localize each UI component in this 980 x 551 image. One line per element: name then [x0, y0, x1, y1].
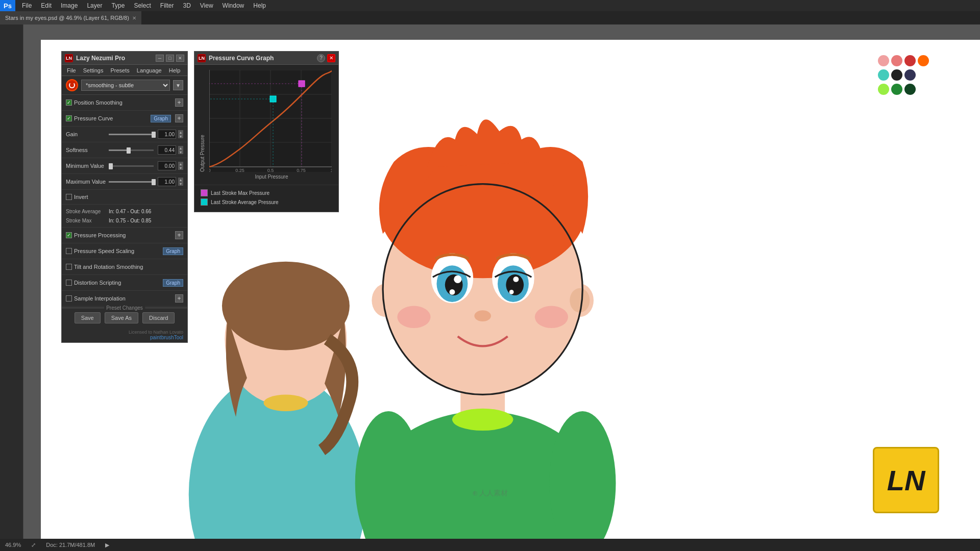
- pressure-processing-checkbox[interactable]: ✓: [66, 232, 72, 238]
- minimum-value-section: Minimum Value 0.00 ▲ ▼: [62, 158, 187, 174]
- menu-file[interactable]: File: [18, 1, 36, 10]
- maximum-value-slider[interactable]: [109, 181, 154, 183]
- swatch-black[interactable]: [891, 69, 902, 81]
- distortion-scripting-label: Distortion Scripting: [74, 280, 121, 286]
- swatch-pink-light[interactable]: [878, 55, 889, 66]
- lnp-menu-help[interactable]: Help: [166, 66, 184, 74]
- lnp-title-text: Lazy Nezumi Pro: [76, 55, 125, 62]
- menu-window[interactable]: Window: [218, 1, 249, 10]
- zoom-level[interactable]: 46.9%: [5, 542, 21, 548]
- legend-avg-swatch: [201, 198, 208, 206]
- minimum-value-slider[interactable]: [109, 165, 154, 167]
- menu-3d[interactable]: 3D: [179, 1, 194, 10]
- swatch-green[interactable]: [891, 84, 902, 95]
- tab-close-icon[interactable]: ✕: [132, 15, 136, 21]
- menu-view[interactable]: View: [196, 1, 217, 10]
- menu-help[interactable]: Help: [249, 1, 270, 10]
- gain-spin-down[interactable]: ▼: [178, 134, 183, 138]
- save-as-button[interactable]: Save As: [105, 312, 138, 323]
- lnp-menu-file[interactable]: File: [64, 66, 79, 74]
- distortion-scripting-checkbox[interactable]: [66, 280, 72, 286]
- pressure-curve-expand[interactable]: +: [175, 114, 183, 122]
- x-axis-label: Input Pressure: [210, 174, 333, 180]
- svg-point-23: [449, 289, 455, 295]
- minimum-value-slider-thumb[interactable]: [109, 163, 113, 169]
- preset-expand-btn[interactable]: ▼: [173, 80, 183, 90]
- softness-spin-up[interactable]: ▲: [178, 146, 183, 150]
- expand-icon[interactable]: ⤢: [31, 542, 36, 548]
- sample-interpolation-expand[interactable]: +: [175, 294, 183, 303]
- stroke-info-section: Stroke Average In: 0.47 - Out: 0.66 Stro…: [62, 205, 187, 228]
- maximum-value-slider-thumb[interactable]: [152, 179, 156, 185]
- softness-slider[interactable]: [109, 149, 154, 151]
- minimum-value-spin-down[interactable]: ▼: [178, 166, 183, 170]
- discard-button[interactable]: Discard: [142, 312, 175, 323]
- minimum-value-value[interactable]: 0.00: [158, 161, 176, 170]
- position-smoothing-checkbox[interactable]: ✓: [66, 99, 72, 106]
- pressure-speed-scaling-graph-btn[interactable]: Graph: [163, 247, 183, 255]
- lnp-restore-btn[interactable]: □: [166, 55, 174, 62]
- lnp-preset-row: *smoothing - subtle ▼: [62, 76, 187, 95]
- maximum-value-value[interactable]: 1.00: [158, 177, 176, 186]
- gain-slider[interactable]: [109, 134, 154, 135]
- menu-image[interactable]: Image: [57, 1, 82, 10]
- lnp-minimize-btn[interactable]: ─: [156, 55, 164, 62]
- pressure-curve-row: ✓ Pressure Curve Graph +: [66, 113, 183, 124]
- pressure-speed-scaling-checkbox[interactable]: [66, 248, 72, 254]
- lnp-menu-presets[interactable]: Presets: [107, 66, 132, 74]
- menu-select[interactable]: Select: [130, 1, 155, 10]
- gain-spinbtn: ▲ ▼: [178, 130, 183, 138]
- maximum-value-label: Maximum Value: [66, 179, 107, 185]
- maximum-value-spin-down[interactable]: ▼: [178, 182, 183, 186]
- pcg-close-btn[interactable]: ✕: [327, 54, 335, 62]
- menu-type[interactable]: Type: [107, 1, 129, 10]
- swatch-orange[interactable]: [918, 55, 929, 66]
- save-button[interactable]: Save: [75, 312, 101, 323]
- play-btn[interactable]: ▶: [105, 542, 109, 548]
- maximum-value-spin-up[interactable]: ▲: [178, 178, 183, 182]
- swatch-dark-blue[interactable]: [904, 69, 916, 81]
- pressure-processing-label: Pressure Processing: [74, 232, 126, 238]
- softness-value[interactable]: 0.44: [158, 145, 176, 155]
- preset-select[interactable]: *smoothing - subtle: [81, 80, 170, 91]
- swatch-pink[interactable]: [891, 55, 902, 66]
- lnp-menu-language[interactable]: Language: [134, 66, 165, 74]
- menu-edit[interactable]: Edit: [37, 1, 56, 10]
- softness-spin-down[interactable]: ▼: [178, 150, 183, 154]
- pressure-curve-checkbox[interactable]: ✓: [66, 115, 72, 121]
- gain-slider-thumb[interactable]: [152, 132, 156, 138]
- softness-slider-thumb[interactable]: [127, 147, 131, 154]
- position-smoothing-section: ✓ Position Smoothing +: [62, 95, 187, 111]
- sample-interpolation-checkbox[interactable]: [66, 295, 72, 302]
- stroke-average-value: In: 0.47 - Out: 0.66: [109, 209, 151, 214]
- invert-checkbox[interactable]: [66, 194, 72, 200]
- stroke-max-row: Stroke Max In: 0.75 - Out: 0.85: [66, 216, 183, 225]
- gain-spin-up[interactable]: ▲: [178, 130, 183, 134]
- gain-value[interactable]: 1.00: [158, 130, 176, 139]
- menu-filter[interactable]: Filter: [156, 1, 178, 10]
- tilt-rotation-checkbox[interactable]: [66, 264, 72, 270]
- pcg-help-btn[interactable]: ?: [317, 54, 325, 62]
- pcg-title-text: Pressure Curve Graph: [209, 55, 274, 62]
- distortion-scripting-graph-btn[interactable]: Graph: [163, 279, 183, 287]
- power-button[interactable]: [66, 79, 78, 91]
- tilt-rotation-section: Tilt and Rotation Smoothing: [62, 259, 187, 275]
- swatch-red[interactable]: [904, 55, 916, 66]
- svg-point-9: [452, 409, 513, 431]
- pressure-processing-expand[interactable]: +: [175, 231, 183, 239]
- swatch-lime[interactable]: [878, 84, 889, 95]
- swatch-teal[interactable]: [878, 69, 889, 81]
- pressure-curve-graph-btn[interactable]: Graph: [151, 115, 171, 122]
- minimum-value-spin-up[interactable]: ▲: [178, 162, 183, 166]
- menu-layer[interactable]: Layer: [83, 1, 106, 10]
- swatch-dark-green[interactable]: [904, 84, 916, 95]
- pcg-graph-inner[interactable]: 0 0.25 0.5 0.75 1 0 0.25 0.5 0.75 1: [209, 70, 332, 172]
- svg-point-24: [509, 290, 514, 294]
- document-tab[interactable]: Stars in my eyes.psd @ 46.9% (Layer 61, …: [0, 11, 141, 24]
- preset-changes-label: Preset Changes: [104, 305, 145, 311]
- position-smoothing-expand[interactable]: +: [175, 98, 183, 107]
- lnp-menu-settings[interactable]: Settings: [80, 66, 107, 74]
- svg-text:0.25: 0.25: [235, 168, 244, 172]
- lnp-close-btn[interactable]: ✕: [176, 55, 184, 62]
- invert-row: Invert: [66, 192, 183, 202]
